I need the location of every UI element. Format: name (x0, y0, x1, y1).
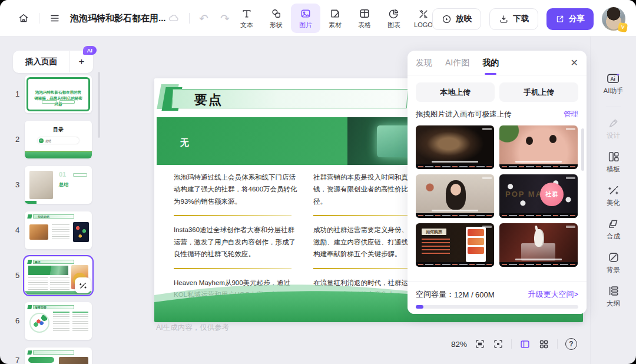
sidebar-item-background[interactable]: 背景 (607, 251, 620, 274)
watermark (482, 128, 492, 130)
slide-thumbnail-6[interactable]: 深度问答 (25, 302, 92, 340)
panel-scrollbar[interactable] (581, 128, 584, 171)
thumb-photo (59, 357, 88, 364)
magic-wand-icon (78, 281, 88, 290)
slide-title[interactable]: 要点 (194, 91, 223, 109)
material-icon (329, 8, 341, 19)
storage-progress-track (416, 305, 578, 309)
slide-thumbnail-5-selected[interactable]: 要点 (25, 257, 92, 294)
tool-material[interactable]: 素材 (320, 4, 350, 33)
slide-thumbnail-4[interactable]: 一句话总结 (25, 211, 92, 249)
tab-discover[interactable]: 发现 (416, 51, 432, 75)
watermark (566, 226, 575, 228)
topbar-right: 放映 下载 分享 V (432, 7, 625, 31)
slide-thumbnail-3[interactable]: 01 总结 (25, 166, 92, 204)
manage-link[interactable]: 管理 (564, 110, 578, 120)
topbar-left: 泡泡玛特和影石都在用... ↶ ↷ (15, 0, 232, 37)
sidebar-item-label: AI助手 (604, 87, 624, 95)
panel-body: 本地上传 手机上传 拖拽图片进入画布可极速上传 管理 (408, 75, 587, 281)
sidebar-item-design[interactable]: 设计 (607, 117, 620, 140)
upgrade-link[interactable]: 升级更大空间> (528, 289, 578, 300)
slide-number: 4 (15, 226, 19, 234)
thumb-footer (25, 201, 37, 204)
uploaded-image-8[interactable] (499, 272, 578, 281)
menu-icon[interactable] (47, 10, 63, 27)
tab-mine[interactable]: 我的 (482, 51, 499, 75)
grid-view-icon[interactable] (538, 339, 549, 350)
thumb-header: 要点 (28, 259, 74, 264)
uploaded-image-2[interactable] (499, 125, 578, 169)
caption-line (432, 210, 479, 211)
caption-line (515, 161, 562, 163)
tool-text[interactable]: 文本 (232, 4, 261, 33)
uploaded-image-5[interactable]: 如何购票 (416, 223, 494, 267)
fit-width-icon[interactable] (475, 339, 485, 349)
sidebar-item-beautify[interactable]: 美化 (607, 184, 620, 207)
paragraph[interactable]: 泡泡玛特通过线上会员体系和线下门店活动构建了强大的社群，将4600万会员转化为9… (174, 171, 300, 207)
topbar: 泡泡玛特和影石都在用... ↶ ↷ 文本 形状 图片 素材 (0, 0, 636, 37)
panel-tabs: 发现 AI作图 我的 ✕ (408, 51, 587, 75)
help-button[interactable]: ? (565, 338, 577, 350)
tool-chart[interactable]: 图表 (379, 4, 409, 33)
slide-thumbnail-7[interactable] (25, 348, 92, 364)
insert-page-button[interactable]: 插入页面 + AI (13, 51, 93, 73)
sidebar-divider (606, 107, 621, 107)
beautify-wand-icon (607, 184, 620, 197)
thumb-photo (29, 224, 48, 240)
tool-label: 图表 (387, 21, 400, 29)
download-button[interactable]: 下载 (489, 8, 538, 30)
uploaded-image-7[interactable] (416, 272, 494, 281)
slide-number: 7 (15, 356, 19, 364)
ai-beautify-overlay-button[interactable] (75, 277, 91, 293)
single-page-view-icon[interactable] (519, 339, 531, 350)
sidebar-item-outline[interactable]: 大纲 (607, 284, 620, 308)
caption-line (432, 161, 479, 163)
art (466, 227, 486, 262)
thumb-textlines (52, 224, 69, 241)
user-avatar[interactable]: V (602, 7, 625, 31)
app-window: 泡泡玛特和影石都在用... ↶ ↷ 文本 形状 图片 素材 (0, 0, 636, 364)
phone-upload-button[interactable]: 手机上传 (499, 82, 578, 102)
present-button[interactable]: 放映 (432, 8, 481, 30)
undo-icon[interactable]: ↶ (197, 12, 211, 25)
slide-thumbnail-2[interactable]: 目录 01 总结 (25, 121, 92, 158)
share-button[interactable]: 分享 (546, 8, 594, 30)
credit-strip (416, 262, 494, 267)
paragraph[interactable]: Insta360通过全球创作者大赛和分层社群运营，激发了用户自发内容创作，形成了… (174, 224, 300, 260)
fit-screen-icon[interactable] (493, 339, 504, 349)
uploaded-image-1[interactable] (416, 125, 494, 169)
sidebar-item-compose[interactable]: 合成 (607, 217, 620, 241)
redo-icon[interactable]: ↷ (218, 12, 232, 25)
document-title[interactable]: 泡泡玛特和影石都在用... (70, 13, 158, 24)
tool-label: 文本 (240, 21, 253, 29)
watermark (482, 177, 492, 179)
slide-thumbnail-1[interactable]: 泡泡玛特和影石都在用的营销秘籍，品牌从0到亿的秘密武器 (25, 75, 92, 113)
home-icon[interactable] (15, 10, 32, 27)
storage-label: 空间容量： (416, 289, 454, 300)
uploaded-image-6[interactable] (499, 223, 578, 267)
local-upload-button[interactable]: 本地上传 (416, 82, 495, 102)
watermark (566, 128, 575, 130)
slide-number: 5 (15, 271, 19, 280)
thumb-footer-wave (25, 151, 92, 158)
sidebar-item-ai-assistant[interactable]: Ai AI助手 (604, 72, 624, 95)
tool-table[interactable]: 表格 (350, 4, 379, 33)
uploaded-image-4[interactable]: POP MART 社群 (499, 174, 578, 218)
divider (511, 339, 512, 349)
tool-label: 形状 (270, 21, 283, 29)
sidebar-scrollbar[interactable] (98, 72, 100, 138)
svg-text:Ai: Ai (610, 77, 615, 82)
shape-icon (270, 8, 282, 19)
uploaded-image-3[interactable] (416, 174, 494, 218)
thumb-header: 一句话总结 (28, 214, 74, 219)
zoom-level[interactable]: 82% (451, 340, 467, 349)
banner-title[interactable]: 无 (180, 137, 189, 148)
storage-value: 12M / 600M (454, 290, 495, 299)
tab-ai-draw[interactable]: AI作图 (445, 51, 469, 75)
tool-shape[interactable]: 形状 (261, 4, 291, 33)
tool-image[interactable]: 图片 (291, 4, 320, 33)
close-icon[interactable]: ✕ (571, 57, 578, 68)
storage-progress-fill (416, 305, 423, 309)
toc-item: 01 总结 (38, 137, 79, 144)
sidebar-item-template[interactable]: 模板 (607, 150, 620, 174)
